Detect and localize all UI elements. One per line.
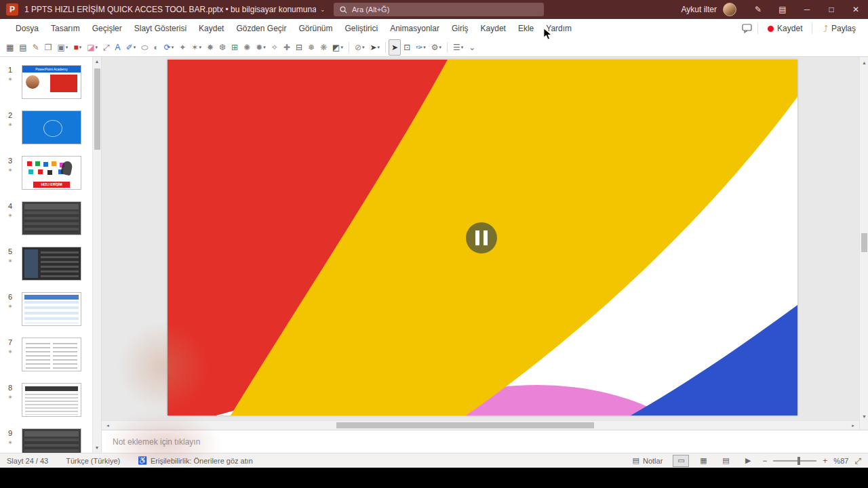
slide-thumbnail-7[interactable] <box>22 338 81 371</box>
align-table-icon[interactable]: ⊞ <box>229 39 241 56</box>
scroll-down-icon[interactable]: ▼ <box>93 443 101 453</box>
menu-dosya[interactable]: Dosya <box>9 20 45 37</box>
copy-icon[interactable]: ❐ <box>42 39 55 56</box>
shape-fill-pink-icon[interactable]: ◪▾ <box>84 39 100 56</box>
eraser-icon[interactable]: ⊘▾ <box>352 39 368 56</box>
panel-scrollbar[interactable]: ▲ ▼ <box>92 57 101 453</box>
star-burst-icon[interactable]: ❋ <box>317 39 330 56</box>
slideshow-view-button[interactable]: ▶ <box>740 455 756 467</box>
menu-tasarim[interactable]: Tasarım <box>45 20 86 37</box>
scrollbar-thumb[interactable] <box>861 233 867 252</box>
ink-lasso-icon[interactable]: ✑▾ <box>413 39 429 56</box>
zoom-slider[interactable] <box>773 460 816 462</box>
slide-sorter-view-icon[interactable]: ▦ <box>3 39 16 56</box>
scroll-left-icon[interactable]: ◂ <box>103 421 113 430</box>
star-effect-5-icon[interactable]: ✹▾ <box>253 39 269 56</box>
menu-gozden-gecir[interactable]: Gözden Geçir <box>230 20 292 37</box>
slide-thumbnail-9[interactable] <box>22 428 81 453</box>
shape-ellipse-glyph: ⬭ <box>141 43 148 52</box>
sparkle-icon[interactable]: ✧ <box>269 39 281 56</box>
menu-ekle[interactable]: Ekle <box>512 20 540 37</box>
resize-icon[interactable]: ⤢ <box>100 39 113 56</box>
add-shape-icon[interactable]: ✚ <box>281 39 293 56</box>
text-box-icon[interactable]: A <box>113 39 123 56</box>
slide-thumbnail-1[interactable]: PowerPoint Academy <box>22 65 81 99</box>
notes-pane[interactable]: Not eklemek için tıklayın <box>102 430 868 453</box>
scrollbar-thumb[interactable] <box>336 422 594 428</box>
ink-pen-icon[interactable]: ✐▾ <box>123 39 139 56</box>
language-indicator[interactable]: Türkçe (Türkiye) <box>66 457 120 465</box>
slide-sorter-view-button[interactable]: ▦ <box>695 455 711 467</box>
slide-canvas[interactable] <box>167 60 797 415</box>
gradient-fill-icon[interactable]: ◩▾ <box>330 39 346 56</box>
settings-gear-icon[interactable]: ⚙▾ <box>429 39 444 56</box>
menu-gorunum[interactable]: Görünüm <box>292 20 338 37</box>
comments-icon[interactable] <box>742 24 752 33</box>
slide-sorter-view-glyph: ▦ <box>6 43 14 52</box>
record-button[interactable]: Kaydet <box>764 22 806 35</box>
fit-to-window-button[interactable]: ⤢ <box>854 456 861 466</box>
slide-thumbnail-6[interactable] <box>22 292 81 326</box>
search-box[interactable]: Ara (Alt+Ğ) <box>334 3 544 16</box>
slide-thumbnail-4[interactable] <box>22 201 81 235</box>
menu-gelistirici[interactable]: Geliştirici <box>339 20 384 37</box>
menu-yardim[interactable]: Yardım <box>540 20 578 37</box>
select-box-icon[interactable]: ⊡ <box>401 39 413 56</box>
notes-toggle[interactable]: ▤ Notlar <box>633 456 663 465</box>
shape-ellipse-icon[interactable]: ⬭ <box>138 39 151 56</box>
zoom-in-button[interactable]: + <box>823 456 827 466</box>
star-effect-2-icon[interactable]: ✶▾ <box>189 39 204 56</box>
minimize-button[interactable]: ─ <box>795 0 819 19</box>
scroll-down-icon[interactable]: ▼ <box>860 412 868 422</box>
menu-kaydet[interactable]: Kaydet <box>193 20 230 37</box>
slide-thumbnail-8[interactable] <box>22 383 81 417</box>
zoom-out-button[interactable]: − <box>762 456 767 466</box>
vertical-scrollbar[interactable]: ▲ ▼ ⌃ ⌄ <box>859 57 868 453</box>
slide-thumbnail-5[interactable] <box>22 247 81 281</box>
accessibility-checker[interactable]: ♿ Erişilebilirlik: Önerilere göz atın <box>138 456 253 465</box>
star-effect-4-icon[interactable]: ✺ <box>241 39 253 56</box>
pen-tools-icon[interactable]: ✎ <box>746 0 770 19</box>
snowflake-effect-icon[interactable]: ❆ <box>216 39 229 56</box>
slide-thumbnail-2[interactable] <box>22 110 81 144</box>
shadow-effect-icon[interactable]: ◐ <box>151 39 161 56</box>
slide-thumbnail-3[interactable]: HIZLI ERİŞİM <box>22 156 81 190</box>
slide-row: 3✶HIZLI ERİŞİM <box>3 156 101 190</box>
rotate-icon[interactable]: ⟳▾ <box>161 39 177 56</box>
paste-icon[interactable]: ▣▾ <box>55 39 71 56</box>
ribbon-display-options-icon[interactable]: ▤ <box>770 0 795 19</box>
menu-giris[interactable]: Giriş <box>446 20 475 37</box>
pause-button[interactable] <box>466 222 497 253</box>
star-effect-3-icon[interactable]: ✸ <box>204 39 216 56</box>
scroll-up-icon[interactable]: ▲ <box>860 58 868 68</box>
share-button[interactable]: ⤴ Paylaş <box>818 22 861 36</box>
close-button[interactable]: ✕ <box>844 0 868 19</box>
maximize-button[interactable]: □ <box>819 0 844 19</box>
horizontal-scrollbar[interactable]: ◂ ▸ <box>102 420 859 430</box>
menu-kaydet[interactable]: Kaydet <box>475 20 512 37</box>
toolbar-separator <box>447 42 448 53</box>
normal-view-button[interactable]: ▭ <box>673 455 689 467</box>
menu-animasyonlar[interactable]: Animasyonlar <box>384 20 446 37</box>
menu-slayt-gosterisi[interactable]: Slayt Gösterisi <box>128 20 193 37</box>
star-effect-1-icon[interactable]: ✦ <box>176 39 189 56</box>
user-name[interactable]: Aykut ilter <box>682 5 717 14</box>
grid-settings-icon[interactable]: ⊟ <box>293 39 305 56</box>
scrollbar-thumb[interactable] <box>94 68 100 150</box>
bullet-list-icon[interactable]: ☰▾ <box>450 39 466 56</box>
menu-gecisler[interactable]: Geçişler <box>86 20 128 37</box>
zoom-percentage[interactable]: %87 <box>833 457 848 465</box>
fill-color-icon[interactable]: ■▾ <box>71 39 84 56</box>
format-painter-icon[interactable]: ✎ <box>30 39 42 56</box>
zoom-slider-handle[interactable] <box>797 457 800 465</box>
select-cursor-icon[interactable]: ➤ <box>389 39 401 56</box>
scroll-right-icon[interactable]: ▸ <box>848 421 858 430</box>
avatar[interactable] <box>723 3 736 16</box>
snowflake-2-icon[interactable]: ❅ <box>305 39 317 56</box>
reading-view-button[interactable]: ▤ <box>717 455 734 467</box>
print-preview-icon[interactable]: ▤ <box>16 39 29 56</box>
scroll-up-icon[interactable]: ▲ <box>93 57 101 66</box>
title-dropdown-chevron-icon[interactable]: ⌄ <box>320 6 326 13</box>
more-commands-icon[interactable]: ⌄ <box>466 39 478 56</box>
cursor-arrow-icon[interactable]: ➤▾ <box>368 39 383 56</box>
